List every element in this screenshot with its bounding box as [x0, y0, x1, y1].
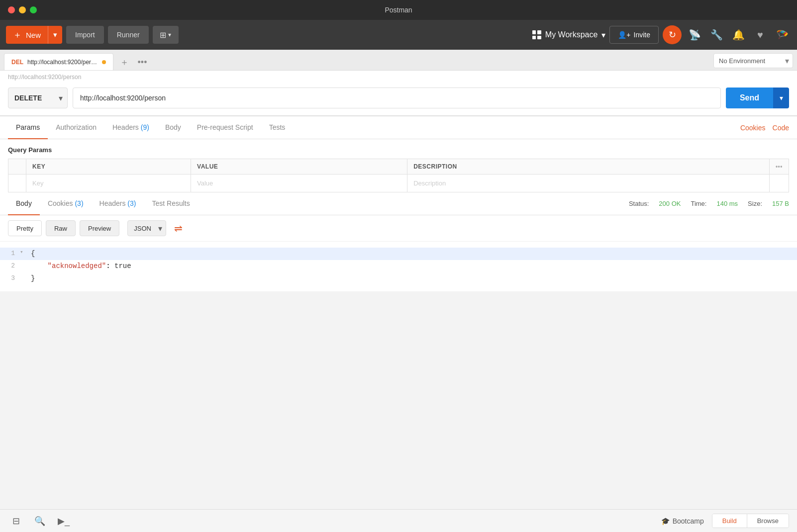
workspace-arrow: ▾	[601, 30, 605, 40]
line-key-2: "acknowledged"	[48, 262, 106, 270]
line-content-2: "acknowledged": true	[27, 260, 135, 272]
tab-tests[interactable]: Tests	[261, 116, 294, 139]
bell-icon-button[interactable]: 🔔	[729, 26, 747, 44]
line-num-2: 2	[0, 260, 20, 271]
tab-params-label: Params	[16, 123, 40, 131]
tab-body[interactable]: Body	[157, 116, 189, 139]
res-tab-headers[interactable]: Headers (3)	[92, 192, 144, 215]
tab-headers[interactable]: Headers (9)	[104, 116, 157, 139]
params-value-col: VALUE	[191, 159, 407, 175]
preview-button[interactable]: Preview	[80, 220, 119, 236]
sidebar-icon: ⊟	[12, 516, 20, 527]
build-button[interactable]: Build	[712, 514, 747, 528]
word-wrap-button[interactable]: ⇌	[170, 220, 186, 236]
send-button[interactable]: Send	[726, 88, 773, 108]
method-select[interactable]: DELETE GET POST PUT PATCH	[8, 88, 68, 108]
bootcamp-button[interactable]: 🎓 Bootcamp	[661, 517, 704, 525]
parachute-icon-button[interactable]: 🪂	[773, 26, 791, 44]
code-link[interactable]: Code	[773, 124, 789, 132]
time-label: Time:	[691, 200, 706, 207]
res-cookies-count: (3)	[75, 199, 83, 207]
tab-pre-request-label: Pre-request Script	[197, 123, 253, 131]
line-content-3: }	[27, 272, 39, 285]
raw-button[interactable]: Raw	[46, 220, 76, 236]
res-headers-count: (3)	[127, 199, 136, 207]
tab-pre-request[interactable]: Pre-request Script	[189, 116, 261, 139]
console-icon: ▶_	[58, 516, 70, 527]
environment-selector: No Environment	[713, 53, 793, 68]
builder-icon-button[interactable]: ⊞ ▾	[153, 26, 179, 44]
response-status: Status: 200 OK Time: 140 ms Size: 157 B	[629, 200, 789, 207]
maximize-button[interactable]	[30, 6, 37, 13]
sidebar-toggle-button[interactable]: ⊟	[8, 513, 24, 529]
sync-button[interactable]: ↻	[663, 25, 682, 44]
antenna-icon-button[interactable]: 📡	[686, 26, 703, 44]
tab-url: http://localhost:9200/person	[27, 59, 98, 66]
request-tab[interactable]: DEL http://localhost:9200/person	[4, 53, 113, 70]
runner-button[interactable]: Runner	[108, 26, 149, 44]
time-value: 140 ms	[716, 200, 738, 207]
res-tab-test-results[interactable]: Test Results	[144, 192, 198, 215]
environment-select[interactable]: No Environment	[713, 53, 793, 68]
close-button[interactable]	[8, 6, 15, 13]
response-tabs: Body Cookies (3) Headers (3) Test Result…	[0, 192, 797, 215]
desc-placeholder[interactable]: Description	[407, 175, 770, 192]
add-tab-button[interactable]: ＋	[117, 55, 131, 69]
heart-icon: ♥	[757, 29, 763, 41]
tab-headers-label: Headers	[112, 123, 139, 131]
runner-label: Runner	[117, 31, 140, 39]
tab-authorization[interactable]: Authorization	[48, 116, 104, 139]
res-tab-cookies[interactable]: Cookies (3)	[40, 192, 92, 215]
refresh-icon: ↻	[669, 29, 676, 40]
tab-params[interactable]: Params	[8, 116, 48, 139]
import-label: Import	[75, 31, 95, 39]
res-tab-headers-label: Headers	[100, 199, 126, 207]
workspace-button[interactable]: My Workspace ▾	[532, 30, 606, 40]
wrench-icon-button[interactable]: 🔧	[707, 26, 725, 44]
query-params-section: Query Params KEY VALUE DESCRIPTION ••• K…	[0, 139, 797, 192]
code-line-2: 2 "acknowledged": true	[0, 260, 797, 272]
pretty-button[interactable]: Pretty	[8, 220, 42, 236]
antenna-icon: 📡	[689, 29, 701, 41]
cookies-link[interactable]: Cookies	[740, 124, 766, 132]
size-value: 157 B	[772, 200, 789, 207]
bootcamp-icon: 🎓	[661, 517, 670, 525]
res-tab-body[interactable]: Body	[8, 192, 40, 215]
wrench-icon: 🔧	[710, 29, 723, 41]
format-select[interactable]: JSON XML HTML Text	[127, 220, 166, 236]
size-label: Size:	[748, 200, 762, 207]
code-toolbar: Pretty Raw Preview JSON XML HTML Text ⇌	[0, 215, 797, 242]
params-check-col	[8, 159, 26, 175]
import-button[interactable]: Import	[66, 26, 104, 44]
invite-button[interactable]: 👤+ Invite	[609, 26, 659, 44]
build-browse-toggle: Build Browse	[712, 514, 789, 528]
app-title: Postman	[385, 6, 412, 14]
builder-icon: ⊞	[160, 30, 166, 40]
browse-button[interactable]: Browse	[747, 514, 789, 528]
value-placeholder[interactable]: Value	[191, 175, 407, 192]
bell-icon: 🔔	[732, 29, 745, 41]
console-button[interactable]: ▶_	[56, 513, 72, 529]
status-label: Status:	[629, 200, 649, 207]
status-value: 200 OK	[659, 200, 681, 207]
send-dropdown-button[interactable]: ▾	[773, 88, 789, 108]
builder-arrow: ▾	[168, 31, 171, 38]
line-num-1: 1	[0, 248, 20, 259]
new-dropdown-arrow[interactable]: ▾	[48, 26, 62, 44]
key-placeholder[interactable]: Key	[26, 175, 191, 192]
new-button[interactable]: ＋ New ▾	[6, 26, 62, 44]
invite-icon: 👤+	[618, 31, 630, 39]
code-line-1: 1 ▾ {	[0, 248, 797, 260]
code-line-3: 3 }	[0, 272, 797, 285]
search-button[interactable]: 🔍	[32, 513, 48, 529]
format-select-wrapper: JSON XML HTML Text	[127, 220, 166, 236]
heart-icon-button[interactable]: ♥	[751, 26, 769, 44]
minimize-button[interactable]	[19, 6, 26, 13]
url-input[interactable]	[73, 88, 721, 108]
res-tab-test-results-label: Test Results	[152, 199, 190, 207]
urlbar: DELETE GET POST PUT PATCH Send ▾	[0, 81, 797, 116]
line-val-2: true	[114, 262, 131, 270]
line-arrow-1: ▾	[20, 248, 27, 258]
line-num-3: 3	[0, 272, 20, 284]
more-tabs-button[interactable]: •••	[135, 55, 149, 69]
